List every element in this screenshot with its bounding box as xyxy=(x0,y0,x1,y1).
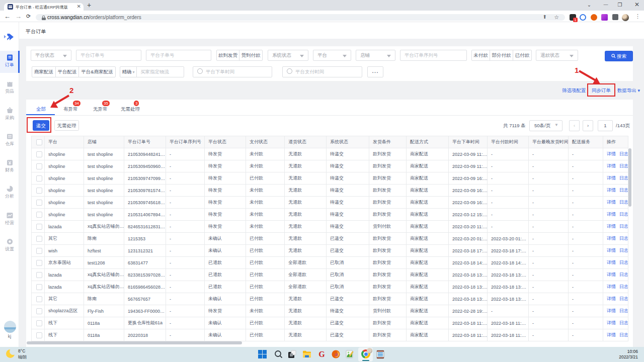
svg-text:G: G xyxy=(318,350,325,358)
